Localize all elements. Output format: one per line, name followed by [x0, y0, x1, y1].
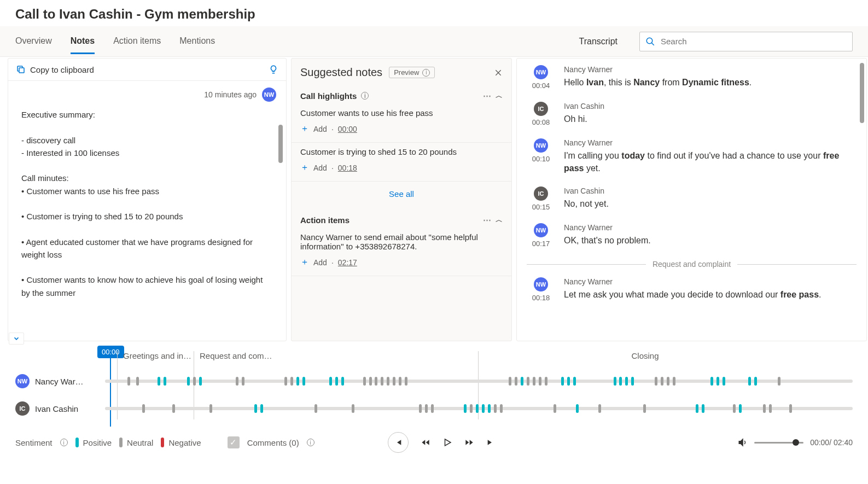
- sentiment-tick[interactable]: [696, 404, 698, 413]
- sentiment-tick[interactable]: [509, 377, 511, 386]
- sentiment-tick[interactable]: [673, 377, 675, 386]
- chevron-up-icon[interactable]: ︿: [496, 91, 503, 101]
- sentiment-tick[interactable]: [576, 404, 579, 413]
- sentiment-tick[interactable]: [142, 404, 145, 413]
- forward-icon[interactable]: [464, 438, 474, 447]
- sentiment-tick[interactable]: [209, 404, 212, 413]
- chevron-up-icon[interactable]: ︿: [496, 215, 503, 225]
- tab-action-items[interactable]: Action items: [113, 28, 161, 54]
- sentiment-tick[interactable]: [667, 377, 669, 386]
- sentiment-tick[interactable]: [655, 377, 657, 386]
- sentiment-tick[interactable]: [431, 404, 434, 413]
- checkbox-icon[interactable]: ✓: [228, 436, 240, 448]
- plus-icon[interactable]: ＋: [300, 256, 309, 268]
- sentiment-tick[interactable]: [260, 404, 263, 413]
- transcript-entry[interactable]: NW00:10Nancy WarnerI'm calling you today…: [527, 138, 857, 174]
- tab-overview[interactable]: Overview: [15, 28, 52, 54]
- info-icon[interactable]: i: [60, 439, 68, 446]
- sentiment-tick[interactable]: [723, 377, 725, 386]
- sentiment-tick[interactable]: [127, 377, 130, 386]
- sentiment-tick[interactable]: [573, 377, 576, 386]
- info-icon[interactable]: i: [307, 439, 314, 446]
- transcript-entry[interactable]: NW00:18Nancy WarnerLet me ask you what m…: [527, 277, 857, 302]
- sentiment-tick[interactable]: [236, 377, 238, 386]
- sentiment-tick[interactable]: [375, 377, 377, 386]
- transcript-entry[interactable]: NW00:04Nancy WarnerHello Ivan, this is N…: [527, 65, 857, 90]
- sentiment-tick[interactable]: [539, 377, 541, 386]
- timestamp-link[interactable]: 00:18: [338, 164, 357, 172]
- preview-badge[interactable]: Preview i: [389, 67, 435, 78]
- sentiment-tick[interactable]: [470, 404, 473, 413]
- add-label[interactable]: Add: [313, 125, 327, 133]
- sentiment-tick[interactable]: [619, 377, 622, 386]
- volume-slider[interactable]: [754, 442, 803, 444]
- sentiment-tick[interactable]: [631, 377, 634, 386]
- transcript-entry[interactable]: NW00:17Nancy WarnerOK, that's no problem…: [527, 223, 857, 248]
- sentiment-tick[interactable]: [789, 404, 792, 413]
- sentiment-tick[interactable]: [425, 404, 428, 413]
- sentiment-tick[interactable]: [763, 404, 766, 413]
- notes-body[interactable]: Executive summary: - discovery call- Int…: [8, 104, 286, 341]
- add-label[interactable]: Add: [313, 258, 327, 267]
- sentiment-tick[interactable]: [545, 377, 547, 386]
- sentiment-tick[interactable]: [399, 377, 401, 386]
- sentiment-tick[interactable]: [533, 377, 535, 386]
- sentiment-tick[interactable]: [643, 404, 646, 413]
- tab-notes[interactable]: Notes: [71, 28, 95, 54]
- sentiment-tick[interactable]: [494, 404, 497, 413]
- see-all-link[interactable]: See all: [292, 182, 511, 208]
- plus-icon[interactable]: ＋: [300, 162, 309, 173]
- chevron-down-icon[interactable]: [9, 333, 24, 345]
- timeline-track[interactable]: [105, 380, 853, 383]
- add-label[interactable]: Add: [313, 164, 327, 172]
- sentiment-tick[interactable]: [521, 377, 523, 386]
- skip-end-icon[interactable]: [486, 438, 495, 447]
- sentiment-tick[interactable]: [158, 377, 160, 386]
- sentiment-tick[interactable]: [527, 377, 529, 386]
- info-icon[interactable]: i: [361, 92, 369, 100]
- sentiment-tick[interactable]: [335, 377, 338, 386]
- sentiment-tick[interactable]: [381, 377, 383, 386]
- sentiment-tick[interactable]: [290, 377, 293, 386]
- sentiment-tick[interactable]: [769, 404, 772, 413]
- volume-icon[interactable]: [738, 438, 748, 447]
- sentiment-tick[interactable]: [363, 377, 366, 386]
- sentiment-tick[interactable]: [329, 377, 332, 386]
- more-icon[interactable]: ⋯: [483, 215, 491, 225]
- sentiment-tick[interactable]: [561, 377, 564, 386]
- copy-to-clipboard-button[interactable]: Copy to clipboard: [16, 65, 94, 74]
- sentiment-tick[interactable]: [187, 377, 190, 386]
- plus-icon[interactable]: ＋: [300, 123, 309, 135]
- sentiment-tick[interactable]: [254, 404, 257, 413]
- scrollbar-thumb[interactable]: [860, 63, 864, 123]
- sentiment-tick[interactable]: [661, 377, 663, 386]
- sentiment-tick[interactable]: [567, 377, 570, 386]
- search-box[interactable]: [639, 32, 853, 51]
- sentiment-tick[interactable]: [733, 404, 736, 413]
- sentiment-tick[interactable]: [625, 377, 628, 386]
- sentiment-tick[interactable]: [164, 377, 166, 386]
- timestamp-link[interactable]: 02:17: [338, 258, 357, 267]
- sentiment-tick[interactable]: [716, 377, 719, 386]
- sentiment-tick[interactable]: [482, 404, 485, 413]
- sentiment-tick[interactable]: [352, 404, 354, 413]
- comments-label[interactable]: Comments (0): [247, 438, 299, 447]
- sentiment-tick[interactable]: [476, 404, 479, 413]
- sentiment-tick[interactable]: [136, 377, 139, 386]
- sentiment-tick[interactable]: [419, 404, 422, 413]
- sentiment-tick[interactable]: [739, 404, 742, 413]
- search-input[interactable]: [660, 36, 847, 46]
- sentiment-tick[interactable]: [464, 404, 467, 413]
- sentiment-tick[interactable]: [193, 377, 196, 386]
- rewind-icon[interactable]: [421, 438, 430, 447]
- sentiment-tick[interactable]: [405, 377, 407, 386]
- transcript-entry[interactable]: IC00:15Ivan CashinNo, not yet.: [527, 186, 857, 211]
- sentiment-tick[interactable]: [778, 377, 780, 386]
- timeline-track[interactable]: [105, 407, 853, 410]
- more-icon[interactable]: ⋯: [483, 91, 491, 101]
- sentiment-tick[interactable]: [296, 377, 299, 386]
- lightbulb-icon[interactable]: [269, 64, 278, 75]
- sentiment-tick[interactable]: [554, 404, 556, 413]
- sentiment-tick[interactable]: [387, 377, 389, 386]
- timestamp-link[interactable]: 00:00: [338, 125, 357, 133]
